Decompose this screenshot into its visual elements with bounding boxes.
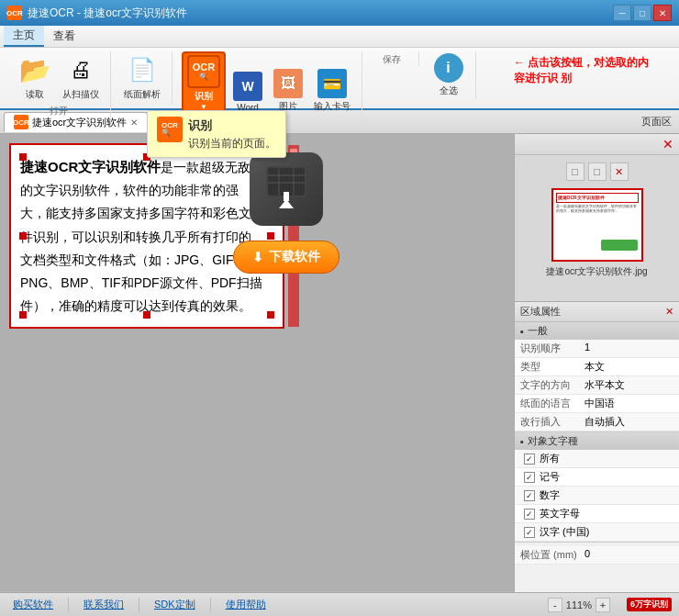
props-general-section: ▪ 一般 识别顺序 1 类型 本文 文字的方向 水平本文 纸面的语言 中国语	[515, 322, 679, 432]
allselect-buttons: i 全选	[430, 51, 467, 99]
ocr-recognize-button[interactable]: OCR 🔍 识别 ▼	[182, 51, 226, 115]
scan-label: 从扫描仪	[62, 88, 99, 101]
toolbar-group-allselect: i 全选	[421, 51, 476, 99]
page-thumbnail[interactable]: 捷速OCR文字识别软件 是一款超级无敌的文字识别软件，软件的功能非常的强大，能支…	[551, 188, 643, 262]
content-right-area: ⬇ 下载软件	[233, 152, 340, 274]
download-label: 下载软件	[269, 249, 320, 265]
region-props-panel: 区域属性 ✕ ▪ 一般 识别顺序 1 类型 本文 文字的方向	[515, 302, 679, 592]
props-charclass-header[interactable]: ▪ 对象文字種	[515, 432, 679, 450]
download-button[interactable]: ⬇ 下载软件	[233, 241, 340, 274]
minimize-button[interactable]: ─	[613, 5, 631, 21]
tab-close-button[interactable]: ✕	[130, 118, 138, 128]
region-props-header: 区域属性 ✕	[515, 302, 679, 322]
prop-label-order: 识别顺序	[520, 342, 584, 355]
region-props-title: 区域属性	[520, 305, 561, 319]
cb-label-symbol: 记号	[540, 470, 560, 484]
cb-row-symbol: 记号	[515, 468, 679, 487]
corner-bm	[143, 311, 150, 319]
window-title: 捷速OCR - 捷速ocr文字识别软件	[28, 6, 187, 21]
prop-val-pos: 0	[584, 548, 590, 562]
open-buttons: 📂 读取 🖨 从扫描仪	[15, 51, 103, 103]
status-bar: 购买软件 联系我们 SDK定制 使用帮助 - 111% + 6万字识别	[0, 592, 679, 616]
props-general-header[interactable]: ▪ 一般	[515, 322, 679, 340]
zoom-out-button[interactable]: -	[548, 598, 562, 612]
doc-bold: 捷速OCR文字识别软件	[20, 159, 161, 174]
prop-label-pos: 横位置 (mm)	[520, 548, 584, 562]
page-area-header: ✕	[515, 134, 679, 155]
toolbar-group-open: 📂 读取 🖨 从扫描仪 打开	[7, 51, 111, 118]
annotation-text: ← 点击该按钮，对选取的内容进行识 别	[514, 55, 651, 86]
download-icon: ⬇	[252, 250, 263, 264]
thumb-highlight	[601, 240, 638, 251]
status-help[interactable]: 使用帮助	[220, 598, 272, 611]
general-label: 一般	[528, 324, 548, 338]
word-button[interactable]: W Word	[229, 70, 266, 115]
zoom-level: 111%	[566, 599, 592, 610]
status-contact[interactable]: 联系我们	[78, 598, 129, 611]
open-group-label: 打开	[50, 105, 68, 118]
status-div-2	[139, 598, 139, 612]
info-button[interactable]: i 全选	[430, 51, 467, 99]
cb-alpha[interactable]	[524, 509, 535, 520]
svg-rect-1	[268, 168, 305, 196]
cb-hanzi[interactable]	[524, 527, 535, 538]
cb-label-number: 数字	[540, 488, 560, 502]
image-button[interactable]: 🖼 图片	[270, 67, 306, 115]
charclass-label: 对象文字種	[528, 434, 578, 448]
close-button[interactable]: ✕	[653, 5, 672, 21]
page-area-close[interactable]: ✕	[662, 137, 673, 151]
tooltip-text: 识别 识别当前的页面。	[188, 117, 276, 151]
region-props-close[interactable]: ✕	[665, 306, 673, 318]
prop-val-insert: 自动插入	[584, 415, 625, 429]
cb-row-hanzi: 汉字 (中国)	[515, 523, 679, 542]
card-icon: 💳	[317, 69, 347, 98]
svg-rect-7	[284, 192, 289, 201]
card-label: 输入卡号	[314, 100, 351, 113]
card-button[interactable]: 💳 输入卡号	[310, 67, 354, 115]
prop-row-lang: 纸面的语言 中国语	[515, 395, 679, 413]
parse-buttons: 📄 纸面解析	[120, 51, 164, 103]
menu-item-home[interactable]: 主页	[4, 26, 44, 47]
word-icon: W	[233, 72, 262, 101]
parse-label: 纸面解析	[124, 88, 161, 101]
menu-item-view[interactable]: 查看	[44, 26, 84, 47]
doc-text: 是一款超级无敌的文字识别软件，软件的功能非常的强大，能支持多国家支持多国字符和彩…	[20, 160, 262, 313]
allselect-label: 全选	[440, 84, 458, 97]
expand-icon-2: ▪	[520, 436, 524, 447]
prop-val-order: 1	[584, 342, 590, 355]
recognize-buttons: OCR 🔍 识别 ▼ W Word 🖼 图片 💳 输入卡号	[182, 51, 354, 115]
prop-val-type: 本文	[584, 360, 605, 374]
read-icon: 📂	[18, 53, 51, 86]
tooltip-title: 识别	[188, 117, 276, 135]
thumb-tool-1[interactable]: □	[566, 162, 584, 181]
thumb-tool-3[interactable]: ✕	[610, 162, 629, 181]
corner-bl	[19, 311, 27, 319]
read-button[interactable]: 📂 读取	[15, 51, 55, 103]
props-charclass-section: ▪ 对象文字種 所有 记号 数字 英文字母	[515, 432, 679, 543]
corner-lm	[19, 232, 27, 240]
right-panel: ✕ □ □ ✕ 捷速OCR文字识别软件 是一款超级无敌的文字识别软件，软件的功能…	[514, 134, 679, 592]
status-buy[interactable]: 购买软件	[7, 598, 59, 611]
title-bar-left: OCR 捷速OCR - 捷速ocr文字识别软件	[7, 6, 187, 21]
cb-all[interactable]	[524, 454, 535, 465]
cb-symbol[interactable]	[524, 472, 535, 483]
ocr-label: 识别	[195, 90, 213, 103]
status-logo: 6万字识别	[627, 598, 672, 611]
scan-button[interactable]: 🖨 从扫描仪	[59, 51, 103, 103]
thumb-tool-2[interactable]: □	[588, 162, 607, 181]
read-label: 读取	[26, 88, 44, 101]
prop-label-lang: 纸面的语言	[520, 397, 584, 410]
prop-row-direction: 文字的方向 水平本文	[515, 376, 679, 395]
parse-button[interactable]: 📄 纸面解析	[120, 51, 164, 103]
image-icon: 🖼	[273, 69, 303, 98]
cb-row-alpha: 英文字母	[515, 505, 679, 523]
status-sdk[interactable]: SDK定制	[149, 598, 201, 611]
zoom-in-button[interactable]: +	[596, 598, 610, 612]
cb-number[interactable]	[524, 490, 535, 501]
cb-label-alpha: 英文字母	[540, 507, 580, 521]
maximize-button[interactable]: □	[633, 5, 651, 21]
ocr-icon: OCR 🔍	[187, 55, 220, 88]
thumb-content: 捷速OCR文字识别软件 是一款超级无敌的文字识别软件，软件的功能非常的强大，能支…	[556, 193, 639, 213]
save-group-label: 保存	[383, 53, 401, 66]
page-area-label: 页面区	[641, 115, 675, 129]
